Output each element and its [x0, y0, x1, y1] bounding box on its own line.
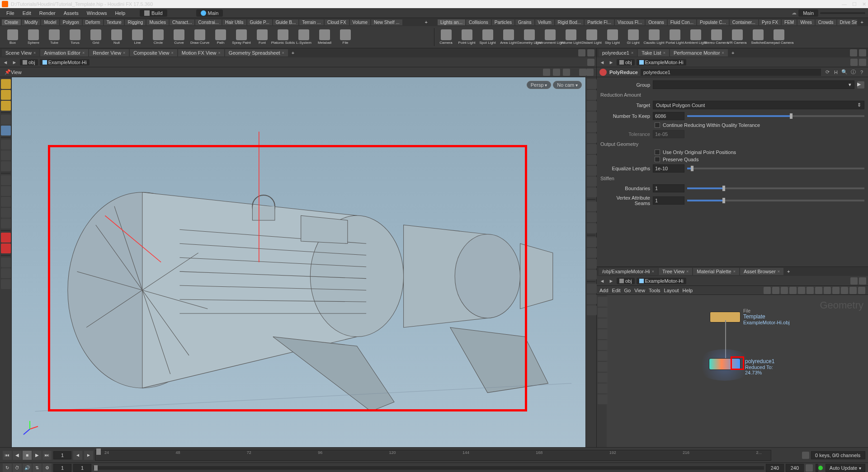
net-tool-5[interactable]	[598, 340, 608, 350]
tab-take-list[interactable]: Take List×	[638, 49, 669, 56]
range-start2-input[interactable]	[73, 464, 91, 472]
display-tool-3[interactable]	[1, 161, 11, 171]
shelf-tab-r-9[interactable]: Fluid Con...	[668, 19, 696, 25]
display-tool-1[interactable]	[1, 140, 11, 150]
shelf-tool-grid[interactable]: Grid	[86, 27, 106, 47]
shelf-tab-12[interactable]: Guide B...	[273, 19, 298, 25]
display-opt-15[interactable]	[587, 237, 597, 247]
path-jump-icon[interactable]	[859, 59, 866, 66]
crumb-obj[interactable]: obj	[617, 278, 635, 284]
view-tool-3[interactable]	[563, 69, 570, 76]
shelf-tab-16[interactable]: New Shelf ...	[371, 19, 402, 25]
display-opt-6[interactable]	[587, 133, 597, 143]
check-original-points[interactable]: Use Only Original Point Positions	[655, 149, 864, 156]
menu-windows[interactable]: Windows	[83, 9, 111, 17]
shelf-tool-ambient-light[interactable]: Ambient Light	[686, 27, 706, 47]
path-pin-icon[interactable]	[587, 59, 594, 66]
net-icon-6[interactable]	[807, 287, 814, 294]
equalize-slider[interactable]	[687, 168, 864, 169]
shelf-tab-14[interactable]: Cloud FX	[325, 19, 349, 25]
shelf-tool-sphere[interactable]: Sphere	[24, 27, 43, 47]
menu-assets[interactable]: Assets	[60, 9, 82, 17]
tab-geo-spreadsheet[interactable]: Geometry Spreadsheet×	[225, 49, 288, 56]
shelf-tool-metaball[interactable]: Metaball	[315, 27, 335, 47]
shelf-tab-r-1[interactable]: Collisions	[466, 19, 491, 25]
network-view[interactable]: Geometry File Template ExampleMotor-Hi.o…	[597, 295, 868, 447]
shelf-tool-curve[interactable]: Curve	[169, 27, 189, 47]
net-tool-4[interactable]	[598, 329, 608, 339]
net-tool-3[interactable]	[598, 318, 608, 328]
vertex-seams-slider[interactable]	[687, 200, 864, 201]
range-button[interactable]: ⇅	[33, 463, 42, 472]
select-tool[interactable]	[1, 79, 11, 89]
keys-status[interactable]: 0 keys, 0/0 channels	[811, 451, 865, 459]
shelf-tool-file[interactable]: File	[335, 27, 355, 47]
shelf-tab-r-10[interactable]: Populate C...	[697, 19, 729, 25]
info-icon[interactable]: ⓘ	[849, 69, 857, 76]
shelf-tool-area-light[interactable]: Area Light	[499, 27, 519, 47]
boundaries-slider[interactable]	[687, 187, 864, 189]
first-frame-button[interactable]: ⏮	[3, 451, 12, 460]
display-opt-1[interactable]	[587, 79, 597, 89]
misc-tool[interactable]	[1, 279, 11, 289]
nav-back[interactable]: ◄	[599, 59, 606, 66]
play-reverse-button[interactable]: ◀	[13, 451, 22, 460]
net-icon-9[interactable]	[832, 287, 840, 294]
shelf-tool-caustic-light[interactable]: Caustic Light	[644, 27, 664, 47]
display-opt-4[interactable]	[587, 112, 597, 122]
param-pane-expand[interactable]	[859, 49, 866, 56]
desktop-build[interactable]: Build	[140, 9, 167, 17]
tab-asset-browser[interactable]: Asset Browser×	[740, 268, 783, 275]
shelf-add[interactable]: +	[422, 19, 430, 25]
display-opt-5[interactable]	[587, 122, 597, 132]
number-keep-slider[interactable]	[687, 115, 864, 117]
net-tool-10[interactable]	[598, 394, 608, 404]
shelf-tool-box[interactable]: Box	[3, 27, 23, 47]
tab-polyreduce1[interactable]: polyreduce1×	[599, 49, 637, 56]
construction-tool[interactable]	[1, 257, 11, 267]
net-menu-help[interactable]: Help	[683, 288, 693, 293]
check-continue-reducing[interactable]: Continue Reducing Within Quality Toleran…	[655, 122, 864, 129]
shelf-tool-gamepad-camera[interactable]: Gamepad Camera	[769, 27, 789, 47]
display-opt-3[interactable]	[587, 101, 597, 111]
view-help-icon[interactable]	[586, 69, 594, 76]
last-frame-button[interactable]: ⏭	[42, 451, 52, 460]
shelf-add-right[interactable]: +	[858, 19, 866, 25]
help-icon[interactable]: ?	[858, 69, 865, 76]
shelf-tab-r-7[interactable]: Viscous Fl...	[615, 19, 645, 25]
timeline-track[interactable]: 244872961201441681922162...	[95, 450, 771, 461]
pane-help-icon[interactable]	[578, 49, 585, 56]
shelf-tool-point-light[interactable]: Point Light	[457, 27, 477, 47]
shelf-tab-4[interactable]: Deform	[83, 19, 103, 25]
shelf-tool-stereo-camera[interactable]: Stereo Camera	[707, 27, 726, 47]
add-tab[interactable]: +	[729, 50, 737, 56]
shelf-tool-null[interactable]: Null	[107, 27, 127, 47]
render-region-tool[interactable]	[1, 268, 11, 278]
display-opt-13[interactable]	[587, 212, 597, 222]
net-expand-icon[interactable]	[859, 277, 866, 285]
shelf-tab-15[interactable]: Volume	[350, 19, 370, 25]
snap-tool-5[interactable]	[1, 219, 11, 229]
prev-key-button[interactable]: ◄	[73, 451, 82, 460]
shelf-tab-3[interactable]: Polygon	[60, 19, 82, 25]
display-opt-16[interactable]	[587, 248, 597, 258]
shelf-tool-gi-light[interactable]: GI Light	[623, 27, 643, 47]
number-keep-input[interactable]	[653, 112, 684, 120]
view-snapshot-icon[interactable]	[579, 69, 586, 76]
net-icon-7[interactable]	[815, 287, 822, 294]
shelf-tab-r-6[interactable]: Particle Fl...	[585, 19, 614, 25]
node-polyreduce[interactable]: polyreduce1 Reduced To: 24.73%	[709, 358, 741, 370]
display-opt-7[interactable]	[587, 144, 597, 154]
close-icon[interactable]: ×	[33, 51, 36, 55]
key-icon[interactable]	[806, 464, 813, 472]
node-name-field[interactable]: polyreduce1	[641, 69, 821, 76]
net-tool-2[interactable]	[598, 308, 608, 318]
shelf-tab-9[interactable]: Constrai...	[195, 19, 222, 25]
shelf-tab-2[interactable]: Model	[41, 19, 59, 25]
net-icon-1[interactable]	[764, 287, 771, 294]
tab-material-palette[interactable]: Material Palette×	[693, 268, 739, 275]
nav-fwd[interactable]: ►	[11, 59, 18, 66]
net-menu-view[interactable]: View	[634, 288, 645, 293]
shelf-tool-torus[interactable]: Torus	[65, 27, 85, 47]
tab-animation-editor[interactable]: Animation Editor×	[40, 49, 88, 56]
